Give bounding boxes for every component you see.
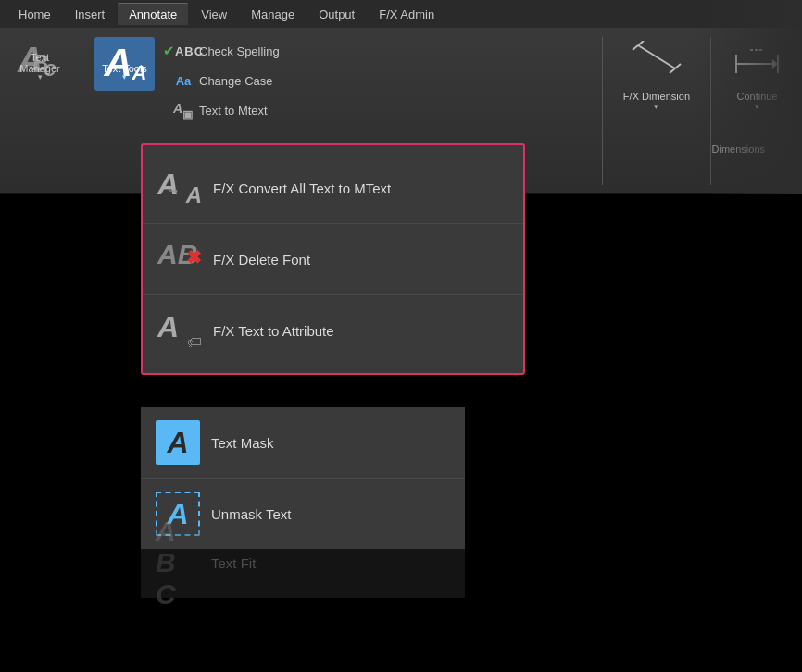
divider-2 (602, 37, 603, 185)
svg-line-5 (675, 64, 681, 68)
attr-icon-a: A (157, 310, 179, 344)
svg-text:A: A (173, 101, 182, 116)
tab-manage[interactable]: Manage (240, 4, 306, 25)
tab-fxadmin[interactable]: F/X Admin (368, 4, 445, 25)
text-to-attribute-label: F/X Text to Attribute (213, 323, 334, 339)
convert-all-label: F/X Convert All Text to MText (213, 180, 391, 196)
text-to-mtext-button[interactable]: A ▣ Text to Mtext (168, 97, 593, 123)
continue-arrow: ▾ (755, 102, 759, 111)
delete-font-x: ✖ (186, 246, 202, 268)
text-mask-icon: A (156, 420, 200, 465)
svg-line-3 (633, 45, 638, 50)
text-manager-button[interactable]: A B C Text Manager ▾ (12, 37, 68, 91)
check-spelling-button[interactable]: ✔ ABC Check Spelling (168, 38, 593, 64)
dimensions-section-label: Dimensions (712, 143, 765, 155)
text-fit-icon: A B C (156, 541, 200, 585)
menu-tabs: Home Insert Annotate View Manage Output … (0, 0, 802, 28)
change-case-button[interactable]: Aa Change Case (168, 68, 593, 93)
attr-icon-tag: 🏷 (187, 334, 202, 351)
divider-1 (81, 37, 81, 185)
convert-all-text-item[interactable]: A A ↪ F/X Convert All Text to MText (143, 153, 523, 224)
text-fit-label: Text Fit (211, 555, 256, 571)
text-fit-item: A B C Text Fit (141, 528, 465, 598)
fx-dimension-label: F/X Dimension (623, 91, 690, 102)
text-mask-label: Text Mask (211, 435, 274, 451)
fx-dimension-group: F/X Dimension ▾ (608, 32, 705, 190)
fx-dimension-arrow: ▾ (654, 102, 658, 111)
continue-label: Continue (736, 91, 777, 102)
fit-icon-letters: A B C (156, 516, 200, 610)
delete-font-icon: AB ✖ (157, 237, 202, 281)
delete-font-item[interactable]: AB ✖ F/X Delete Font (143, 224, 523, 295)
tab-annotate[interactable]: Annotate (118, 3, 188, 25)
unmask-text-label: Unmask Text (211, 506, 291, 522)
svg-line-4 (638, 41, 644, 45)
tab-view[interactable]: View (190, 4, 238, 25)
fx-dimension-icon (629, 41, 684, 87)
delete-font-label: F/X Delete Font (213, 252, 310, 268)
convert-icon-sub-a: A (186, 182, 202, 208)
text-mask-item[interactable]: A Text Mask (141, 407, 465, 479)
text-to-attr-icon: A 🏷 (157, 308, 202, 353)
text-fit-area: A B C Text Fit (141, 528, 465, 598)
text-manager-dropdown-arrow: ▾ (38, 72, 43, 81)
check-spelling-label: Check Spelling (199, 44, 280, 58)
text-tools-button[interactable]: A A Text Tools ▾ (94, 37, 155, 91)
svg-line-6 (670, 68, 675, 73)
tab-output[interactable]: Output (307, 4, 366, 25)
tab-insert[interactable]: Insert (64, 4, 117, 25)
continue-group: Continue ▾ (717, 32, 797, 190)
text-tools-dropdown: A A ↪ F/X Convert All Text to MText AB ✖… (141, 143, 525, 375)
mask-icon-letter: A (167, 426, 188, 460)
svg-text:▣: ▣ (182, 108, 193, 120)
check-spelling-icon: ✔ ABC (173, 41, 194, 61)
text-manager-group: A B C Text Manager ▾ (5, 32, 75, 190)
change-case-icon: Aa (173, 70, 194, 91)
change-case-label: Change Case (199, 74, 273, 88)
text-manager-label: Text Manager (12, 52, 68, 74)
divider-3 (710, 37, 711, 185)
fx-dimension-button[interactable]: F/X Dimension ▾ (620, 37, 694, 115)
continue-icon (732, 41, 783, 87)
text-to-mtext-icon: A ▣ (173, 100, 194, 120)
svg-line-2 (638, 45, 675, 68)
tab-home[interactable]: Home (7, 4, 62, 25)
text-to-attribute-item[interactable]: A 🏷 F/X Text to Attribute (143, 295, 523, 366)
text-to-mtext-label: Text to Mtext (199, 104, 268, 118)
convert-icon-arrow: ↪ (169, 184, 178, 197)
text-tools-dropdown-arrow: ▾ (122, 72, 127, 81)
convert-all-icon: A A ↪ (157, 166, 202, 210)
continue-button[interactable]: Continue ▾ (728, 37, 786, 115)
checkmark-icon: ✔ (163, 43, 175, 59)
